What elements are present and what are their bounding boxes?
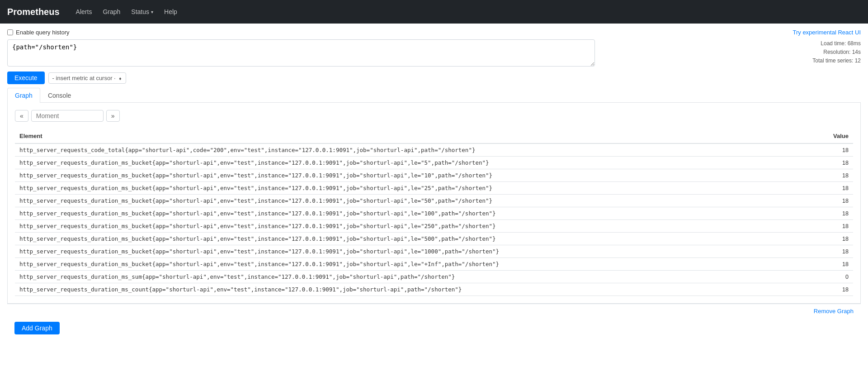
time-controls: « » bbox=[15, 110, 853, 122]
enable-history-checkbox[interactable] bbox=[7, 29, 13, 35]
element-cell: http_server_requests_duration_ms_bucket{… bbox=[15, 233, 813, 245]
table-row: http_server_requests_code_total{app="sho… bbox=[15, 143, 853, 157]
nav-help[interactable]: Help bbox=[159, 0, 183, 24]
col-element-header: Element bbox=[15, 129, 813, 143]
value-cell: 18 bbox=[813, 195, 853, 207]
stats-panel: Load time: 68ms Resolution: 14s Total ti… bbox=[812, 39, 861, 66]
navbar-brand[interactable]: Prometheus bbox=[7, 7, 60, 17]
col-value-header: Value bbox=[813, 129, 853, 143]
stat-resolution: Resolution: 14s bbox=[812, 48, 861, 57]
tab-console[interactable]: Console bbox=[40, 88, 79, 103]
prev-time-button[interactable]: « bbox=[15, 110, 28, 122]
enable-history-label[interactable]: Enable query history bbox=[16, 29, 70, 36]
table-row: http_server_requests_duration_ms_bucket{… bbox=[15, 195, 853, 207]
footer-bar: Add Graph bbox=[7, 318, 861, 338]
element-cell: http_server_requests_duration_ms_bucket{… bbox=[15, 258, 813, 271]
element-cell: http_server_requests_duration_ms_bucket{… bbox=[15, 207, 813, 220]
table-row: http_server_requests_duration_ms_bucket{… bbox=[15, 157, 853, 169]
element-cell: http_server_requests_code_total{app="sho… bbox=[15, 143, 813, 157]
element-cell: http_server_requests_duration_ms_sum{app… bbox=[15, 271, 813, 283]
graph-panel: « » Element Value http_server_requests_c… bbox=[7, 103, 861, 304]
chevron-down-icon: ▾ bbox=[151, 10, 153, 14]
nav-graph[interactable]: Graph bbox=[97, 0, 126, 24]
table-row: http_server_requests_duration_ms_bucket{… bbox=[15, 233, 853, 245]
query-input[interactable]: {path="/shorten"} bbox=[7, 39, 595, 67]
value-cell: 18 bbox=[813, 233, 853, 245]
add-graph-button[interactable]: Add Graph bbox=[14, 322, 60, 334]
stat-total-series: Total time series: 12 bbox=[812, 57, 861, 65]
stat-load-time: Load time: 68ms bbox=[812, 39, 861, 48]
table-row: http_server_requests_duration_ms_bucket{… bbox=[15, 258, 853, 271]
element-cell: http_server_requests_duration_ms_bucket{… bbox=[15, 195, 813, 207]
value-cell: 18 bbox=[813, 207, 853, 220]
element-cell: http_server_requests_duration_ms_count{a… bbox=[15, 283, 813, 296]
toolbar-row: Execute - insert metric at cursor · ⬧ bbox=[7, 72, 861, 84]
value-cell: 18 bbox=[813, 182, 853, 195]
react-ui-link[interactable]: Try experimental React UI bbox=[793, 29, 861, 36]
next-time-button[interactable]: » bbox=[106, 110, 120, 122]
element-cell: http_server_requests_duration_ms_bucket{… bbox=[15, 182, 813, 195]
nav-alerts[interactable]: Alerts bbox=[71, 0, 98, 24]
value-cell: 18 bbox=[813, 169, 853, 182]
element-cell: http_server_requests_duration_ms_bucket{… bbox=[15, 245, 813, 258]
execute-button[interactable]: Execute bbox=[7, 72, 45, 84]
table-row: http_server_requests_duration_ms_bucket{… bbox=[15, 169, 853, 182]
moment-input[interactable] bbox=[31, 110, 104, 122]
chevron-down-icon: ⬧ bbox=[118, 75, 122, 81]
nav-status-dropdown[interactable]: Status ▾ bbox=[126, 8, 159, 15]
tab-graph[interactable]: Graph bbox=[7, 88, 40, 103]
tabs: Graph Console bbox=[7, 88, 861, 103]
metric-insert-dropdown[interactable]: - insert metric at cursor · ⬧ bbox=[48, 72, 126, 84]
value-cell: 18 bbox=[813, 220, 853, 233]
value-cell: 18 bbox=[813, 245, 853, 258]
value-cell: 18 bbox=[813, 143, 853, 157]
table-row: http_server_requests_duration_ms_bucket{… bbox=[15, 245, 853, 258]
value-cell: 0 bbox=[813, 271, 853, 283]
element-cell: http_server_requests_duration_ms_bucket{… bbox=[15, 157, 813, 169]
main-content: Enable query history Try experimental Re… bbox=[0, 24, 868, 343]
metric-insert-label: - insert metric at cursor · bbox=[52, 75, 116, 81]
top-bar: Enable query history Try experimental Re… bbox=[7, 29, 861, 36]
element-cell: http_server_requests_duration_ms_bucket{… bbox=[15, 220, 813, 233]
table-row: http_server_requests_duration_ms_sum{app… bbox=[15, 271, 853, 283]
value-cell: 18 bbox=[813, 157, 853, 169]
results-table: Element Value http_server_requests_code_… bbox=[15, 129, 853, 296]
table-row: http_server_requests_duration_ms_bucket{… bbox=[15, 207, 853, 220]
table-row: http_server_requests_duration_ms_bucket{… bbox=[15, 182, 853, 195]
table-row: http_server_requests_duration_ms_count{a… bbox=[15, 283, 853, 296]
navbar: Prometheus Alerts Graph Status ▾ Help bbox=[0, 0, 868, 24]
value-cell: 18 bbox=[813, 283, 853, 296]
value-cell: 18 bbox=[813, 258, 853, 271]
element-cell: http_server_requests_duration_ms_bucket{… bbox=[15, 169, 813, 182]
bottom-bar: Remove Graph bbox=[7, 304, 861, 318]
table-row: http_server_requests_duration_ms_bucket{… bbox=[15, 220, 853, 233]
remove-graph-link[interactable]: Remove Graph bbox=[814, 308, 854, 315]
enable-history-row: Enable query history bbox=[7, 29, 70, 36]
